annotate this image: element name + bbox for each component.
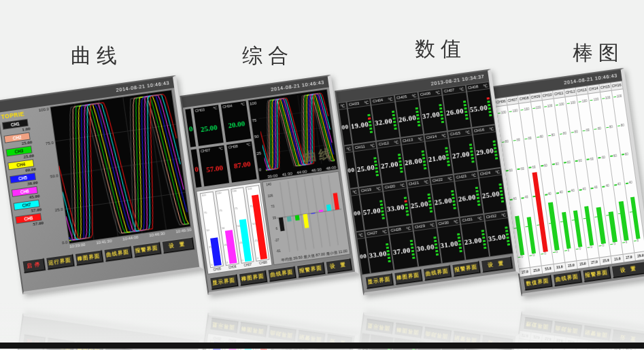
alarm-led	[507, 240, 509, 242]
nav-button[interactable]: 设 置	[611, 261, 644, 278]
scale-tick: 40	[579, 188, 586, 192]
nav-button[interactable]: 显示界面	[209, 274, 238, 290]
scale-tick: 60	[505, 169, 513, 173]
scale-tick: 100	[509, 109, 518, 113]
numeric-cell-value: 27.00	[452, 150, 471, 160]
tick-dash	[545, 194, 547, 195]
tick-label: 75	[235, 207, 239, 210]
scale-tick: 80	[606, 125, 613, 129]
tick-label: 40	[605, 184, 609, 188]
tick-label: 0	[590, 245, 592, 249]
channel-label: CH14	[426, 134, 437, 140]
scale-tick: 60	[528, 165, 536, 169]
nav-button[interactable]: 报警界面	[452, 261, 480, 277]
nav-button[interactable]: 数值界面	[523, 275, 552, 291]
channel-value: 33.0	[554, 262, 566, 272]
nav-button[interactable]: 显示界面	[365, 273, 393, 289]
tick-label: 0	[521, 255, 523, 258]
alarm-led	[445, 147, 447, 150]
channel-label: CH13	[402, 137, 413, 143]
nav-button[interactable]: 曲线界面	[552, 270, 581, 287]
nav-button[interactable]: 棒图界面	[74, 250, 103, 266]
alarm-led	[451, 190, 454, 192]
alarm-led	[421, 150, 424, 152]
nav-button[interactable]: 设 置	[325, 258, 352, 273]
alarm-led	[382, 213, 384, 215]
numeric-cell-value: 33.00	[386, 203, 406, 213]
tick-label: 0	[637, 239, 639, 242]
alarm-led	[405, 211, 408, 213]
alarm-led	[464, 107, 467, 109]
numeric-cell: CH16℃29.00	[471, 124, 501, 171]
tick-label: 25	[239, 241, 244, 245]
nav-button[interactable]: 曲线界面	[103, 246, 132, 262]
tick-dash	[599, 245, 602, 247]
tick-label: 40	[547, 192, 552, 196]
alarm-led	[484, 247, 486, 249]
alarm-led	[441, 118, 443, 120]
nav-button[interactable]: 曲线界面	[423, 265, 452, 281]
tick-dash	[568, 191, 571, 192]
unit-label: ℃	[400, 183, 405, 188]
alarm-led	[369, 121, 371, 123]
channel-bar	[584, 206, 594, 245]
stats-summary-item: 平均值 39.50	[281, 255, 303, 262]
tick-label: 100	[594, 98, 599, 102]
run-stop-button[interactable]: 启 停	[22, 258, 45, 273]
tick-label: 80	[586, 128, 590, 133]
alarm-led	[460, 250, 462, 252]
tick-dash	[532, 108, 535, 109]
nav-button[interactable]: 设 置	[161, 237, 194, 253]
numeric-cell-body: 19.00	[348, 105, 375, 143]
unit-label: ℃	[435, 90, 441, 95]
unit-label: ℃	[406, 226, 411, 231]
nav-button[interactable]: 设 置	[481, 256, 513, 273]
numeric-cell-body: 57.00	[360, 192, 388, 230]
numeric-cell-value: 26.00	[445, 107, 465, 117]
tick-dash	[567, 103, 570, 104]
alarm-led	[482, 237, 485, 239]
nav-button[interactable]: 报警界面	[133, 242, 161, 258]
nav-button[interactable]: 曲线界面	[267, 266, 296, 281]
tick-label: 75	[219, 209, 224, 212]
channel-label: CH19	[360, 188, 371, 194]
bar-meter-group: 1007550250CH051007550250CH061007550250CH…	[196, 182, 272, 275]
nav-button[interactable]: 报警界面	[582, 266, 611, 283]
scale-tick: 60	[610, 154, 617, 158]
tick-label: 100	[605, 96, 611, 100]
numeric-cell-value: 29.00	[475, 146, 495, 156]
scale-tick: 100	[579, 99, 588, 104]
numeric-cell-body: 26.00	[396, 99, 423, 137]
nav-button[interactable]: 棒图界面	[239, 270, 267, 285]
tick-label: 0	[613, 242, 615, 245]
tick-label: 40	[559, 191, 563, 195]
reflection-fade	[0, 303, 644, 344]
alarm-led	[375, 164, 377, 166]
scale-tick: 0	[575, 247, 581, 251]
alarm-led	[471, 154, 473, 156]
nav-button[interactable]: 运行界面	[46, 253, 74, 269]
alarm-led	[368, 114, 371, 116]
alarm-led	[400, 171, 403, 173]
channel-bar	[562, 212, 571, 249]
combo-view-body: 0CH03℃25.00CH04℃20.000CH07℃57.00CH08℃87.…	[183, 87, 353, 276]
channel-label: CH30	[438, 220, 449, 226]
nav-button[interactable]: 报警界面	[296, 262, 325, 277]
y-tick: 0	[258, 167, 266, 172]
tick-label: 0	[556, 250, 558, 253]
nav-button[interactable]: 棒图界面	[394, 269, 422, 285]
alarm-led	[374, 157, 377, 159]
title-combo: 综合	[242, 42, 294, 70]
channel-value: 25.0	[577, 259, 589, 268]
alarm-led	[411, 253, 414, 256]
alarm-led	[489, 114, 492, 116]
numeric-cell-body: 23.00	[462, 222, 489, 260]
tick-label: 80	[528, 137, 532, 141]
numeric-cell-body: 28.00	[402, 142, 429, 180]
tick-label: 50	[222, 226, 226, 230]
showcase-stage: 曲线 综合 数值 棒图 2014-08-21 10:46:43 TOPRIE C…	[0, 0, 644, 303]
alarm-led	[387, 253, 390, 256]
channel-label: CH05	[396, 94, 407, 101]
x-tick: 46:30	[311, 167, 322, 173]
tick-dash	[529, 167, 532, 169]
